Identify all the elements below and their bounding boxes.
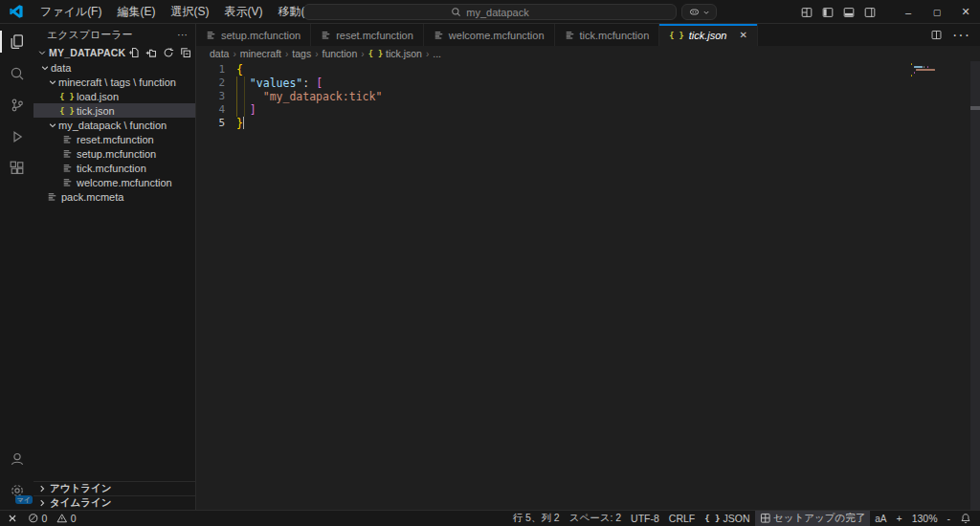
toggle-sidebar-right-icon[interactable] [863,6,877,19]
status-item--5-2[interactable]: 行 5、列 2 [508,511,565,526]
breadcrumb-label: data [210,48,229,59]
tab-label: reset.mcfunction [336,30,413,41]
activitybar-run-debug[interactable] [0,121,33,152]
tree-item-my-datapack-function[interactable]: my_datapack \ function [33,118,195,132]
explorer-sidebar: エクスプローラー ··· MY_DATAPACK dataminecraft \… [33,24,196,510]
toggle-sidebar-left-icon[interactable] [821,6,835,19]
activitybar-source-control[interactable] [0,89,33,121]
mcfunction-icon [62,177,73,187]
menu-item-3[interactable]: 表示(V) [216,2,270,22]
status-item-label: セットアップの完了 [773,512,865,525]
tree-item-welcome.mcfunction[interactable]: welcome.mcfunction [33,175,195,189]
collapse-all-icon[interactable] [180,47,191,58]
status-item-grid[interactable]: セットアップの完了 [755,511,871,526]
editor-group: setup.mcfunctionreset.mcfunctionwelcome.… [196,24,980,510]
tab-setup.mcfunction[interactable]: setup.mcfunction [196,24,311,46]
tree-item-tick.json[interactable]: { }tick.json [33,103,195,118]
activitybar-search[interactable] [0,57,33,89]
menu-item-1[interactable]: 編集(E) [109,2,163,22]
status-item-label: 0 [71,513,77,524]
toggle-panel-icon[interactable] [842,6,856,19]
status-item--[interactable]: - [943,511,956,526]
minimize-button[interactable]: – [894,0,923,24]
tab-welcome.mcfunction[interactable]: welcome.mcfunction [424,24,555,46]
command-center-search[interactable]: my_datapack [303,4,677,20]
sidebar-more-icon[interactable]: ··· [177,29,188,40]
tree-item-setup.mcfunction[interactable]: setup.mcfunction [33,146,195,161]
status-item-utf-8[interactable]: UTF-8 [626,511,664,526]
breadcrumb-item-5[interactable]: ... [433,48,441,59]
line-number: 3 [196,90,225,103]
tree-item-reset.mcfunction[interactable]: reset.mcfunction [33,132,195,146]
status-item-fontsize[interactable]: aA [870,511,891,526]
status-item-error[interactable]: 0 [23,511,52,526]
status-item-+[interactable]: + [892,511,907,526]
maximize-button[interactable]: ▢ [923,0,951,24]
window-controls: – ▢ ✕ [894,0,980,24]
sidebar-panel-0[interactable]: アウトライン [33,481,195,495]
tab-close-icon[interactable]: ✕ [739,30,746,40]
tab-reset.mcfunction[interactable]: reset.mcfunction [311,24,424,46]
activitybar-settings[interactable]: マイ [0,474,33,506]
menu-item-2[interactable]: 選択(S) [163,2,216,22]
status-item-warning[interactable]: 0 [52,511,80,526]
bell-icon [960,513,971,524]
search-icon [10,66,25,81]
tab-tick.mcfunction[interactable]: tick.mcfunction [555,24,660,46]
line-number: 4 [196,103,225,117]
status-item-bell[interactable] [955,511,976,526]
tree-item-tick.mcfunction[interactable]: tick.mcfunction [33,161,195,175]
status-item-remote[interactable] [2,511,23,526]
mcfunction-icon [206,30,216,40]
status-item--2[interactable]: スペース: 2 [565,511,626,526]
breadcrumb-item-2[interactable]: tags [292,48,311,59]
run-debug-icon [10,129,25,144]
split-editor-icon[interactable] [930,29,943,41]
activitybar-account[interactable] [0,443,33,474]
breadcrumb-item-3[interactable]: function [323,48,358,59]
sidebar-panel-1[interactable]: タイムライン [33,495,195,510]
tree-item-minecraft-tags-function[interactable]: minecraft \ tags \ function [33,75,195,89]
tree-item-label: welcome.mcfunction [77,177,172,188]
more-actions-icon[interactable]: ··· [952,27,970,44]
breadcrumb-separator: › [361,49,364,59]
extensions-icon [10,161,25,176]
chevron-down-icon [702,9,710,16]
status-item-crlf[interactable]: CRLF [664,511,700,526]
copilot-button[interactable] [681,4,717,20]
tree-item-pack.mcmeta[interactable]: pack.mcmeta [33,189,195,204]
tree-item-data[interactable]: data [33,60,195,75]
tree-item-load.json[interactable]: { }load.json [33,89,195,103]
tree-item-label: minecraft \ tags \ function [58,77,176,88]
code-line-5: 5} [196,117,980,130]
activitybar-extensions[interactable] [0,152,33,184]
customize-layout-icon[interactable] [800,6,813,19]
activitybar-explorer[interactable] [0,26,33,57]
tree-item-label: pack.mcmeta [61,191,123,203]
status-item-label: + [897,513,902,524]
refresh-icon[interactable] [163,47,174,58]
new-folder-icon[interactable] [145,47,157,58]
editor-scrollbar[interactable] [970,61,980,510]
chevron-down-icon [40,63,50,73]
menu-item-0[interactable]: ファイル(F) [33,2,109,22]
chevron-down-icon [48,77,57,87]
breadcrumb-item-1[interactable]: minecraft [240,48,281,59]
new-file-icon[interactable] [128,47,140,58]
status-item-130%[interactable]: 130% [907,511,943,526]
minimap[interactable] [911,63,967,77]
close-button[interactable]: ✕ [951,0,980,24]
status-item-label: 行 5、列 2 [513,512,560,525]
sidebar-panel-label: タイムライン [50,496,111,510]
tab-tick.json[interactable]: { }tick.json✕ [659,24,758,46]
code-editor[interactable]: 1{2 "values": [3 "my_datapack:tick"4 ]5} [196,61,980,510]
status-item-label: UTF-8 [631,513,659,524]
breadcrumb-item-4[interactable]: { }tick.json [368,48,422,59]
breadcrumb-item-0[interactable]: data [210,48,229,59]
chevron-down-icon [37,48,47,57]
editor-actions: ··· [921,24,980,46]
json-icon: { } [59,92,74,101]
status-item-braces[interactable]: { }JSON [700,511,754,526]
tree-item-label: my_datapack \ function [58,120,167,131]
workspace-section-header[interactable]: MY_DATAPACK [33,45,195,60]
